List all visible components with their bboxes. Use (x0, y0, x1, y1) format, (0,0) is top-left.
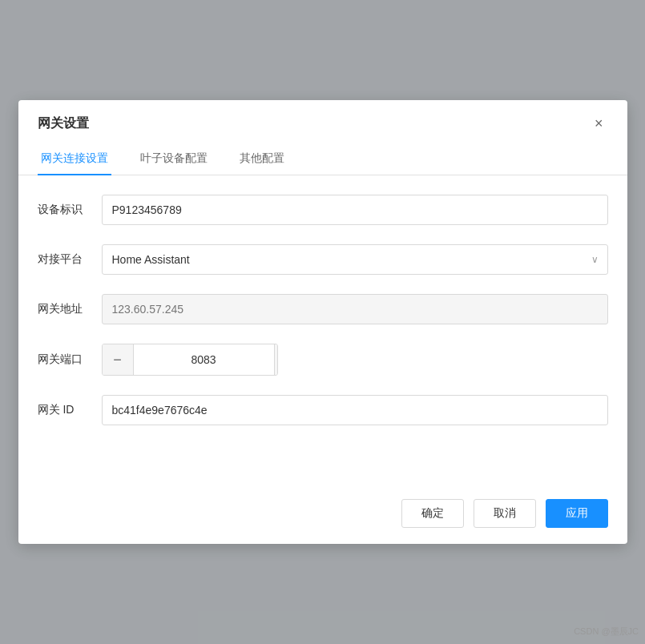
gateway-id-control (102, 395, 608, 425)
platform-select[interactable]: Home Assistant 其他平台 (102, 244, 608, 275)
gateway-address-input[interactable] (102, 294, 608, 324)
gateway-port-row: 网关端口 − + (38, 344, 608, 376)
device-id-label: 设备标识 (38, 203, 102, 217)
dialog-footer: 确定 取消 应用 (18, 489, 627, 544)
platform-row: 对接平台 Home Assistant 其他平台 ∨ (38, 244, 608, 275)
gateway-port-label: 网关端口 (38, 352, 102, 367)
gateway-id-label: 网关 ID (38, 403, 102, 417)
dialog-body: 设备标识 对接平台 Home Assistant 其他平台 ∨ (18, 175, 627, 457)
port-minus-button[interactable]: − (103, 344, 133, 375)
gateway-id-input[interactable] (102, 395, 608, 425)
gateway-port-control: − + (102, 344, 608, 376)
device-id-input[interactable] (102, 195, 608, 225)
cancel-button[interactable]: 取消 (474, 499, 536, 528)
confirm-button[interactable]: 确定 (401, 499, 464, 528)
gateway-id-row: 网关 ID (38, 395, 608, 425)
dialog-title: 网关设置 (38, 115, 89, 132)
tab-bar: 网关连接设置 叶子设备配置 其他配置 (18, 143, 627, 175)
gateway-address-row: 网关地址 (38, 294, 608, 324)
device-id-control (102, 195, 608, 225)
port-input[interactable] (133, 344, 275, 375)
platform-control: Home Assistant 其他平台 ∨ (102, 244, 608, 275)
close-button[interactable]: × (590, 115, 608, 132)
gateway-address-control (102, 294, 608, 324)
watermark: CSDN @墨辰JC (574, 626, 639, 638)
dialog-header: 网关设置 × (18, 100, 627, 143)
port-stepper: − + (102, 344, 278, 376)
device-id-row: 设备标识 (38, 195, 608, 225)
gateway-address-label: 网关地址 (38, 302, 102, 316)
port-plus-button[interactable]: + (275, 344, 278, 375)
tab-other-config[interactable]: 其他配置 (236, 143, 288, 175)
tab-gateway-connection[interactable]: 网关连接设置 (38, 143, 111, 175)
platform-label: 对接平台 (38, 252, 102, 267)
tab-leaf-device[interactable]: 叶子设备配置 (137, 143, 211, 175)
dialog-overlay: 网关设置 × 网关连接设置 叶子设备配置 其他配置 设备标识 对接平台 (0, 0, 645, 644)
dialog-container: 网关设置 × 网关连接设置 叶子设备配置 其他配置 设备标识 对接平台 (18, 100, 627, 544)
platform-select-wrapper: Home Assistant 其他平台 ∨ (102, 244, 608, 275)
apply-button[interactable]: 应用 (546, 499, 608, 528)
